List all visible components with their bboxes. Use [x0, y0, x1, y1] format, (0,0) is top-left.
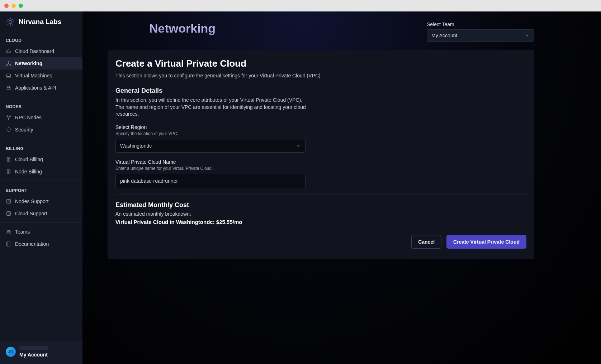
people-icon: [6, 229, 11, 235]
svg-point-0: [9, 20, 12, 24]
sidebar-item-security[interactable]: Security: [0, 124, 82, 136]
sidebar-item-cloud-support[interactable]: Cloud Support: [0, 207, 82, 220]
sidebar-item-label: Cloud Dashboard: [15, 48, 54, 54]
logo-icon: [6, 17, 15, 27]
network-icon: [6, 61, 11, 66]
cancel-button[interactable]: Cancel: [411, 235, 441, 249]
vpc-name-input[interactable]: [115, 174, 306, 188]
sidebar-item-documentation[interactable]: Documentation: [0, 238, 82, 250]
nodes-icon: [6, 115, 11, 120]
cloud-icon: [6, 48, 11, 54]
general-details-heading: General Details: [115, 87, 526, 95]
sidebar-item-virtual-machines[interactable]: Virtual Machines: [0, 70, 82, 82]
lock-icon: [6, 85, 11, 91]
general-details-desc: In this section, you will define the cor…: [115, 97, 309, 118]
svg-point-16: [9, 230, 10, 231]
page-title: Networking: [149, 21, 216, 35]
brand-name: Nirvana Labs: [19, 18, 61, 26]
svg-point-12: [8, 201, 9, 202]
sidebar-divider: [0, 222, 82, 223]
sidebar-section-label: CLOUD: [0, 34, 82, 45]
sidebar-section-label: NODES: [0, 100, 82, 111]
sidebar-divider: [0, 97, 82, 97]
account-name: My Account: [19, 352, 77, 358]
sidebar-item-label: Teams: [15, 229, 30, 235]
svg-rect-11: [7, 200, 11, 203]
cost-desc: An estimated monthly breakdown:: [115, 211, 526, 217]
sidebar-divider: [0, 181, 82, 181]
chevron-down-icon: [525, 33, 530, 38]
create-vpc-panel: Create a Virtual Private Cloud This sect…: [108, 50, 534, 259]
vpc-name-hint: Enter a unique name for your Virtual Pri…: [115, 166, 306, 171]
close-window-button[interactable]: [4, 4, 9, 8]
team-label: Select Team: [427, 21, 534, 27]
sidebar-item-cloud-billing[interactable]: Cloud Billing: [0, 153, 82, 166]
sidebar-section-label: SUPPORT: [0, 184, 82, 195]
svg-point-15: [7, 230, 9, 231]
receipt-icon: [6, 157, 11, 162]
account-placeholder: [19, 346, 48, 350]
sidebar-section-label: BILLING: [0, 142, 82, 153]
cost-heading: Estimated Monthly Cost: [115, 201, 526, 209]
panel-title: Create a Virtual Private Cloud: [115, 58, 526, 69]
svg-rect-13: [7, 212, 11, 216]
team-select-value: My Account: [431, 33, 457, 38]
shield-icon: [6, 127, 11, 133]
avatar: JO: [6, 347, 16, 357]
main-content: Networking Select Team My Account Create…: [82, 11, 601, 364]
panel-desc: This section allows you to configure the…: [115, 73, 526, 78]
laptop-icon: [6, 73, 11, 78]
sidebar-item-teams[interactable]: Teams: [0, 226, 82, 238]
sidebar-item-label: Applications & API: [15, 85, 56, 91]
sidebar-item-label: Documentation: [15, 241, 49, 247]
region-label: Select Region: [115, 124, 306, 130]
divider: [115, 195, 526, 195]
window-titlebar: [0, 0, 601, 11]
sidebar-item-label: Networking: [15, 61, 42, 66]
sidebar-item-applications-api[interactable]: Applications & API: [0, 82, 82, 94]
sidebar-item-node-billing[interactable]: Node Billing: [0, 166, 82, 178]
sidebar: Nirvana Labs CLOUDCloud DashboardNetwork…: [0, 11, 82, 364]
cost-line: Virtual Private Cloud in Washingtondc: $…: [115, 219, 526, 225]
brand: Nirvana Labs: [0, 11, 82, 34]
vpc-name-label: Virtual Private Cloud Name: [115, 159, 306, 165]
sidebar-item-label: Cloud Billing: [15, 157, 43, 162]
svg-point-14: [8, 213, 9, 214]
sidebar-divider: [0, 139, 82, 139]
sidebar-item-rpc-nodes[interactable]: RPC Nodes: [0, 111, 82, 124]
sidebar-item-nodes-support[interactable]: Nodes Support: [0, 195, 82, 207]
sidebar-item-label: Cloud Support: [15, 211, 47, 216]
team-select[interactable]: My Account: [427, 29, 534, 42]
sidebar-item-networking[interactable]: Networking: [0, 57, 82, 70]
receipt-icon: [6, 169, 11, 174]
chevron-down-icon: [296, 143, 301, 148]
sidebar-item-label: Node Billing: [15, 169, 42, 174]
sidebar-item-label: Nodes Support: [15, 198, 48, 204]
sidebar-item-cloud-dashboard[interactable]: Cloud Dashboard: [0, 45, 82, 57]
sidebar-item-label: Virtual Machines: [15, 73, 52, 78]
region-hint: Specify the location of your VPC.: [115, 131, 306, 136]
sidebar-item-label: Security: [15, 127, 33, 133]
support-icon: [6, 211, 11, 216]
account-row[interactable]: JO My Account: [0, 341, 82, 364]
region-select[interactable]: Washingtondc: [115, 139, 306, 153]
sidebar-item-label: RPC Nodes: [15, 115, 42, 120]
support-icon: [6, 198, 11, 204]
minimize-window-button[interactable]: [11, 4, 16, 8]
create-vpc-button[interactable]: Create Virtual Private Cloud: [446, 235, 526, 249]
region-value: Washingtondc: [120, 143, 152, 149]
svg-rect-5: [7, 87, 10, 90]
book-icon: [6, 241, 11, 247]
maximize-window-button[interactable]: [19, 4, 23, 8]
svg-rect-4: [7, 74, 11, 76]
